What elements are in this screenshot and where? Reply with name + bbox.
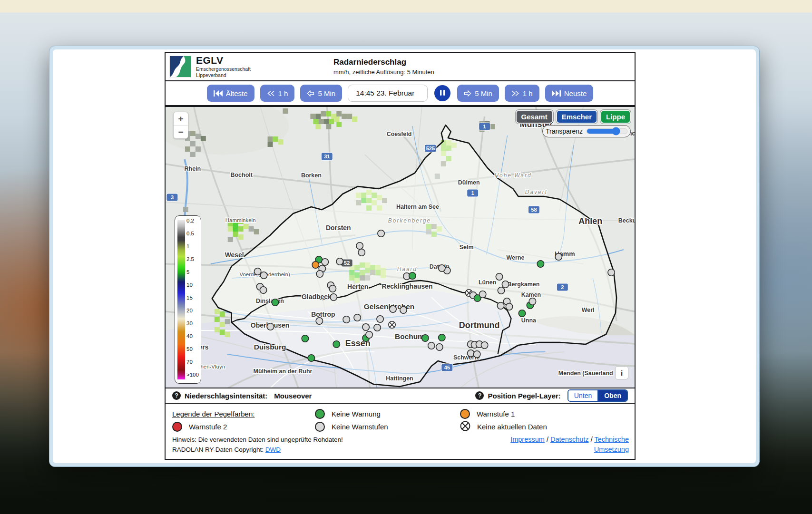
map-label: Lünen xyxy=(479,279,496,286)
gauge-marker[interactable] xyxy=(356,242,363,249)
orange-gauge-icon xyxy=(460,409,470,419)
intensity-value: Mouseover xyxy=(274,392,312,400)
gauge-marker[interactable] xyxy=(409,272,416,279)
gauge-marker[interactable] xyxy=(316,318,323,324)
colorbar-value: 0.2 xyxy=(186,218,194,223)
gauge-marker[interactable] xyxy=(333,341,340,348)
back-1h-button[interactable]: 1 h xyxy=(260,85,295,102)
gauge-marker[interactable] xyxy=(267,323,274,330)
map-label: Ahlen xyxy=(578,216,602,226)
layer-button-lippe[interactable]: Lippe xyxy=(600,110,631,124)
time-toolbar: Älteste 1 h 5 Min 14:45 23. Februar 5 Mi… xyxy=(165,81,636,106)
map-label: Unna xyxy=(521,317,537,324)
fwd-1h-button[interactable]: 1 h xyxy=(505,85,539,102)
dwd-link[interactable]: DWD xyxy=(265,446,281,453)
gauge-marker[interactable] xyxy=(336,258,343,265)
oldest-button[interactable]: Älteste xyxy=(207,85,254,102)
technische-umsetzung-link[interactable]: Technische Umsetzung xyxy=(594,436,629,454)
radar-cell xyxy=(249,226,254,232)
gauge-marker[interactable] xyxy=(436,344,443,350)
gauge-marker[interactable] xyxy=(374,324,381,331)
gauge-marker[interactable] xyxy=(362,324,369,330)
gauge-marker[interactable] xyxy=(496,273,502,280)
gauge-marker[interactable] xyxy=(608,269,615,276)
radar-cell xyxy=(215,327,220,332)
gauge-marker[interactable] xyxy=(479,291,486,298)
radar-cell xyxy=(268,136,273,142)
gauge-marker[interactable] xyxy=(428,342,435,349)
gauge-marker[interactable] xyxy=(389,321,395,328)
gauge-marker[interactable] xyxy=(555,253,562,260)
map-label: Recklinghausen xyxy=(382,282,432,290)
nodata-gauge-icon xyxy=(460,421,470,433)
transparency-slider[interactable] xyxy=(587,128,627,134)
road-shield: 31 xyxy=(321,153,333,160)
gauge-marker[interactable] xyxy=(254,268,261,275)
gauge-marker[interactable] xyxy=(312,262,319,268)
help-icon[interactable]: ? xyxy=(172,391,181,400)
map-label: Bochum xyxy=(395,332,424,340)
datetime-field[interactable]: 14:45 23. Februar xyxy=(348,85,428,102)
gauge-marker[interactable] xyxy=(439,334,445,341)
pause-button[interactable] xyxy=(434,85,450,101)
back-5min-button[interactable]: 5 Min xyxy=(300,85,342,102)
gauge-marker[interactable] xyxy=(308,355,314,361)
gauge-marker[interactable] xyxy=(322,259,328,265)
newest-button[interactable]: Neuste xyxy=(545,85,594,102)
gauge-marker[interactable] xyxy=(354,314,361,321)
gauge-marker[interactable] xyxy=(422,335,429,341)
slider-thumb[interactable] xyxy=(612,127,620,136)
gauge-marker[interactable] xyxy=(366,331,372,338)
gauge-marker[interactable] xyxy=(272,299,278,306)
svg-text:1: 1 xyxy=(471,190,474,196)
gauge-marker[interactable] xyxy=(378,230,384,237)
gauge-marker[interactable] xyxy=(400,307,407,313)
gauge-marker[interactable] xyxy=(260,272,267,279)
gauge-marker[interactable] xyxy=(390,306,396,312)
map-canvas[interactable]: 315251582451352 MünsterDortmundEssenAhle… xyxy=(165,106,636,388)
gauge-marker[interactable] xyxy=(468,350,474,357)
gauge-marker[interactable] xyxy=(343,316,350,323)
gauge-marker[interactable] xyxy=(316,271,323,277)
header: EGLV Emschergenossenschaft Lippeverband … xyxy=(165,52,636,81)
attribution-info-button[interactable]: i xyxy=(615,366,628,379)
map-label: Dülmen xyxy=(458,179,480,186)
radar-cell xyxy=(326,124,331,129)
colorbar-legend: 0.20.512.5510152030405070>100 xyxy=(175,215,201,384)
colorbar-value: 30 xyxy=(186,320,193,326)
gauge-marker[interactable] xyxy=(302,335,308,342)
map-label: Dinslaken xyxy=(256,298,284,304)
radar-cell xyxy=(315,114,321,119)
gauge-marker[interactable] xyxy=(473,351,480,358)
gauge-marker[interactable] xyxy=(506,303,512,310)
gauge-marker[interactable] xyxy=(330,294,337,301)
gauge-marker[interactable] xyxy=(502,281,509,288)
position-unten-option[interactable]: Unten xyxy=(568,390,598,401)
layer-button-emscher[interactable]: Emscher xyxy=(556,110,597,124)
info-bar: ? Niederschlagsintensität: Mouseover ? P… xyxy=(165,388,636,404)
gauge-marker[interactable] xyxy=(260,287,266,293)
gauge-marker[interactable] xyxy=(519,310,525,317)
gauge-marker[interactable] xyxy=(497,302,504,309)
zoom-in-button[interactable]: + xyxy=(174,112,188,126)
gauge-marker[interactable] xyxy=(529,298,536,305)
colorbar-value: 5 xyxy=(186,269,189,275)
fwd-5min-button[interactable]: 5 Min xyxy=(457,85,499,102)
position-oben-option[interactable]: Oben xyxy=(598,390,627,401)
gauge-marker[interactable] xyxy=(537,261,544,267)
gauge-marker[interactable] xyxy=(329,285,336,292)
legend-item-keine-warnung: Keine Warnung xyxy=(315,409,460,419)
gauge-marker[interactable] xyxy=(439,265,445,272)
gauge-marker[interactable] xyxy=(377,316,383,322)
gauge-marker[interactable] xyxy=(481,342,488,349)
layer-button-gesamt[interactable]: Gesamt xyxy=(516,110,553,124)
gauge-marker[interactable] xyxy=(498,287,504,294)
gauge-marker[interactable] xyxy=(358,249,365,256)
skip-end-icon xyxy=(552,90,561,97)
zoom-out-button[interactable]: − xyxy=(174,126,188,138)
datenschutz-link[interactable]: Datenschutz xyxy=(550,436,589,443)
impressum-link[interactable]: Impressum xyxy=(510,436,545,443)
help-icon[interactable]: ? xyxy=(475,391,484,400)
svg-text:58: 58 xyxy=(531,207,537,213)
road-shield: 58 xyxy=(528,206,539,213)
